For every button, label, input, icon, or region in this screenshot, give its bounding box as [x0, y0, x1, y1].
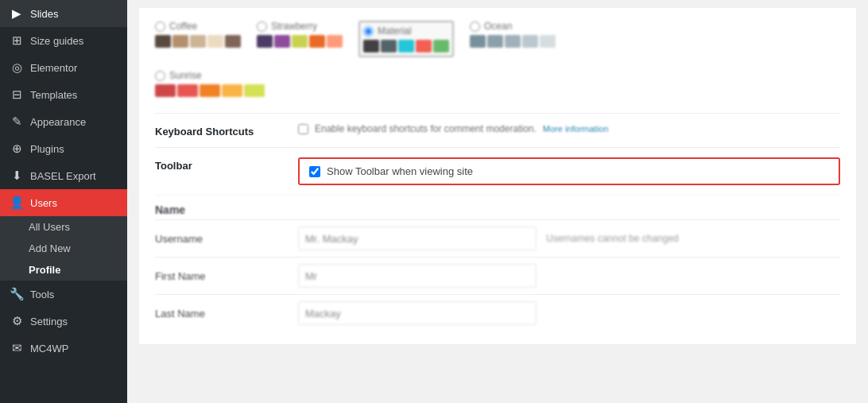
palette-strawberry-radio[interactable] [257, 21, 267, 32]
swatch [540, 35, 556, 48]
tools-icon: 🔧 [10, 287, 24, 301]
swatch [177, 84, 198, 97]
sidebar-item-templates[interactable]: ⊟ Templates [0, 81, 127, 108]
toolbar-checkbox[interactable] [309, 166, 320, 177]
palette-material: Material [358, 21, 454, 57]
swatch [257, 35, 273, 48]
profile-content: Coffee Strawberry [139, 8, 856, 344]
swatch [398, 40, 414, 52]
swatch [190, 35, 206, 48]
swatch [225, 35, 241, 48]
username-field-container: Usernames cannot be changed [298, 227, 840, 250]
name-section-heading: Name [155, 195, 840, 219]
keyboard-shortcuts-label: Keyboard Shortcuts [155, 123, 282, 138]
swatch [244, 84, 265, 97]
elementor-icon: ◎ [10, 60, 24, 75]
sidebar-label-tools: Tools [30, 289, 54, 300]
sidebar-label-settings: Settings [30, 316, 68, 327]
users-icon: 👤 [10, 196, 24, 210]
palette-coffee-swatches [155, 35, 241, 48]
sidebar-label-slides: Slides [30, 8, 58, 20]
toolbar-content: Show Toolbar when viewing site [298, 157, 840, 185]
keyboard-shortcuts-option: Enable keyboard shortcuts for comment mo… [298, 123, 840, 134]
swatch [505, 35, 521, 48]
swatch [309, 35, 325, 48]
last-name-field-container [298, 301, 840, 325]
first-name-input[interactable] [298, 264, 537, 288]
keyboard-shortcuts-link[interactable]: More information [543, 124, 609, 134]
keyboard-shortcuts-content: Enable keyboard shortcuts for comment mo… [298, 123, 840, 134]
mc4wp-icon: ✉ [10, 341, 24, 355]
templates-icon: ⊟ [10, 87, 24, 102]
sidebar-item-appearance[interactable]: ✎ Appearance [0, 108, 127, 135]
swatch [522, 35, 538, 48]
first-name-label: First Name [155, 270, 282, 282]
swatch [381, 40, 397, 52]
sidebar-label-appearance: Appearance [30, 116, 86, 128]
sidebar-label-plugins: Plugins [30, 143, 64, 155]
sidebar-item-settings[interactable]: ⚙ Settings [0, 308, 127, 335]
sidebar-item-users[interactable]: 👤 Users [0, 189, 127, 216]
sidebar-sub-add-new[interactable]: Add New [0, 238, 127, 259]
keyboard-shortcuts-checkbox[interactable] [298, 124, 308, 134]
palette-strawberry-label: Strawberry [271, 21, 317, 32]
swatch [433, 40, 449, 52]
basel-export-icon: ⬇ [10, 169, 24, 183]
sidebar-item-plugins[interactable]: ⊕ Plugins [0, 135, 127, 162]
palette-ocean-swatches [470, 35, 556, 48]
keyboard-shortcuts-text: Enable keyboard shortcuts for comment mo… [315, 123, 537, 134]
sidebar-sub-all-users[interactable]: All Users [0, 216, 127, 238]
toolbar-highlight-box: Show Toolbar when viewing site [298, 157, 840, 185]
swatch [470, 35, 486, 48]
first-name-field-container [298, 264, 840, 288]
palette-coffee: Coffee [155, 21, 241, 48]
palette-material-swatches [363, 40, 449, 52]
palette-strawberry: Strawberry [257, 21, 343, 48]
settings-icon: ⚙ [10, 314, 24, 328]
sidebar-label-mc4wp: MC4WP [30, 343, 68, 355]
main-content: Coffee Strawberry [127, 0, 868, 403]
palette-section: Coffee Strawberry [155, 21, 840, 57]
palette-coffee-label: Coffee [169, 21, 197, 32]
username-label: Username [155, 233, 282, 245]
swatch [222, 84, 242, 97]
sidebar-label-elementor: Elementor [30, 62, 77, 74]
palette-sunrise-swatches [155, 84, 840, 97]
swatch [200, 84, 220, 97]
toolbar-row: Toolbar Show Toolbar when viewing site [155, 147, 840, 195]
palette-sunrise-label: Sunrise [169, 70, 202, 81]
palette-material-label: Material [378, 25, 412, 37]
palette-material-radio[interactable] [363, 26, 374, 37]
size-guides-icon: ⊞ [10, 33, 24, 48]
sidebar-item-size-guides[interactable]: ⊞ Size guides [0, 27, 127, 54]
sidebar-label-templates: Templates [30, 89, 77, 101]
sidebar-item-mc4wp[interactable]: ✉ MC4WP [0, 335, 127, 362]
sidebar-item-elementor[interactable]: ◎ Elementor [0, 54, 127, 81]
sidebar-item-basel-export[interactable]: ⬇ BASEL Export [0, 162, 127, 189]
sidebar-item-slides[interactable]: ▶ Slides [0, 0, 127, 27]
slides-icon: ▶ [10, 6, 24, 21]
swatch [292, 35, 308, 48]
swatch [155, 84, 176, 97]
sidebar-label-basel-export: BASEL Export [30, 170, 96, 182]
sidebar-label-size-guides: Size guides [30, 35, 83, 47]
toolbar-label: Toolbar [155, 157, 282, 172]
palette-ocean-radio[interactable] [470, 21, 480, 32]
users-submenu: All Users Add New Profile [0, 216, 127, 281]
last-name-input[interactable] [298, 301, 537, 325]
sidebar-label-users: Users [30, 197, 57, 209]
last-name-row: Last Name [155, 294, 840, 331]
palette-strawberry-swatches [257, 35, 343, 48]
toolbar-checkbox-label[interactable]: Show Toolbar when viewing site [327, 165, 473, 177]
palette-ocean: Ocean [470, 21, 556, 48]
plugins-icon: ⊕ [10, 141, 24, 156]
palette-ocean-label: Ocean [484, 21, 512, 32]
palette-coffee-radio[interactable] [155, 21, 165, 32]
palette-sunrise-radio[interactable] [155, 71, 165, 81]
username-note: Usernames cannot be changed [546, 233, 679, 244]
sidebar-item-tools[interactable]: 🔧 Tools [0, 281, 127, 308]
sidebar-sub-profile[interactable]: Profile [0, 259, 127, 281]
username-input[interactable] [298, 227, 537, 250]
keyboard-shortcuts-row: Keyboard Shortcuts Enable keyboard short… [155, 113, 840, 147]
swatch [416, 40, 432, 52]
